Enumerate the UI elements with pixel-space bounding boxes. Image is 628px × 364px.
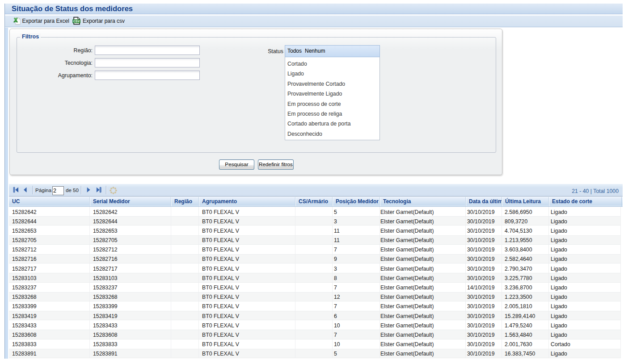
svg-text:CSV: CSV — [73, 20, 80, 23]
